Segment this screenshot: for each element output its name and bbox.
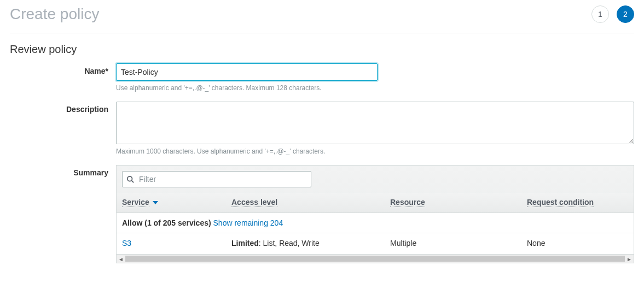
allow-prefix: Allow — [122, 219, 144, 227]
col-header-service-label: Service — [122, 198, 149, 207]
scroll-left-icon: ◄ — [118, 256, 124, 262]
col-header-service[interactable]: Service — [122, 198, 231, 207]
scrollbar-thumb[interactable] — [125, 256, 625, 262]
wizard-step-2[interactable]: 2 — [617, 5, 634, 23]
col-header-access[interactable]: Access level — [231, 198, 390, 207]
label-name: Name* — [10, 63, 116, 75]
col-header-resource[interactable]: Resource — [390, 198, 527, 207]
scroll-right-icon: ► — [626, 256, 633, 262]
wizard-steps: 1 2 — [591, 5, 634, 23]
label-description: Description — [10, 102, 116, 114]
col-header-resource-label: Resource — [390, 198, 425, 207]
col-header-access-label: Access level — [231, 198, 277, 207]
access-detail: : List, Read, Write — [259, 239, 320, 247]
allow-group-row: Allow (1 of 205 services) Show remaining… — [117, 213, 634, 233]
filter-area — [117, 166, 634, 192]
sort-caret-icon — [153, 201, 158, 204]
page-title: Create policy — [10, 5, 99, 23]
access-prefix: Limited — [231, 239, 259, 247]
description-textarea[interactable] — [116, 102, 634, 144]
show-remaining-link[interactable]: Show remaining 204 — [213, 219, 283, 227]
label-summary: Summary — [10, 165, 116, 177]
row-summary: Summary Ser — [10, 165, 634, 263]
summary-table-header: Service Access level Resource Request co… — [117, 192, 634, 213]
cell-access: Limited: List, Read, Write — [231, 239, 390, 247]
filter-input[interactable] — [122, 171, 311, 187]
wizard-step-1[interactable]: 1 — [591, 5, 609, 23]
description-help-text: Maximum 1000 characters. Use alphanumeri… — [116, 148, 634, 155]
cell-request: None — [527, 239, 628, 247]
row-name: Name* Use alphanumeric and '+=,.@-_' cha… — [10, 63, 634, 92]
cell-resource: Multiple — [390, 239, 527, 247]
service-link[interactable]: S3 — [122, 239, 131, 247]
table-row: S3 Limited: List, Read, Write Multiple N… — [117, 233, 634, 254]
name-help-text: Use alphanumeric and '+=,.@-_' character… — [116, 84, 634, 92]
col-header-request-label: Request condition — [527, 198, 594, 207]
name-input[interactable] — [116, 63, 378, 81]
col-header-request[interactable]: Request condition — [527, 198, 628, 207]
horizontal-scrollbar[interactable]: ◄ ► — [117, 254, 634, 263]
summary-panel: Service Access level Resource Request co… — [116, 165, 634, 263]
header: Create policy 1 2 — [10, 5, 634, 33]
row-description: Description Maximum 1000 characters. Use… — [10, 102, 634, 155]
section-title-review: Review policy — [10, 43, 634, 56]
allow-count: (1 of 205 services) — [144, 219, 211, 227]
